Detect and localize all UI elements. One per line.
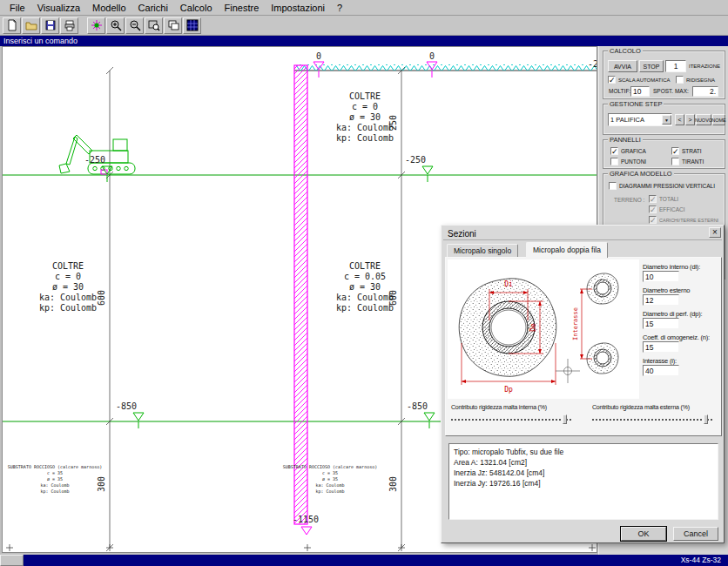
- tab-micropalo-singolo[interactable]: Micropalo singolo: [447, 244, 518, 257]
- svg-text:c = 0.05: c = 0.05: [344, 272, 386, 281]
- svg-text:kp: Coulomb: kp: Coulomb: [336, 303, 394, 313]
- display-options-button[interactable]: [183, 17, 201, 34]
- step-combobox[interactable]: 1 PALIFICA: [608, 113, 672, 126]
- grafica-checkbox[interactable]: GRAFICA: [610, 147, 646, 155]
- avvia-button[interactable]: AVVIA: [608, 60, 637, 72]
- redraw-icon: [91, 19, 103, 31]
- spost-max-label: SPOST. MAX:: [653, 88, 689, 94]
- step-prev-button[interactable]: <: [675, 114, 684, 125]
- water-zigzag: [296, 64, 597, 71]
- scala-automatica-checkbox[interactable]: SCALA AUTOMATICA: [608, 76, 670, 84]
- status-grip: [0, 555, 24, 566]
- gestione-step-group: GESTIONE STEP 1 PALIFICA < > NUOVO NOME: [603, 104, 725, 135]
- field-dp-input[interactable]: [643, 318, 679, 329]
- slider-esterna-handle[interactable]: [704, 414, 708, 424]
- step-combobox-value: 1 PALIFICA: [609, 116, 662, 124]
- command-prompt-text: Inserisci un comando: [3, 37, 78, 45]
- diagrammi-box[interactable]: [609, 182, 617, 190]
- cascade-windows-button[interactable]: [164, 17, 182, 34]
- redraw-button[interactable]: [87, 17, 105, 34]
- puntoni-checkbox[interactable]: PUNTONI: [610, 158, 646, 165]
- puntoni-box[interactable]: [610, 158, 618, 165]
- terreno-totali-checkbox: TOTALI: [649, 195, 678, 203]
- open-folder-icon: [25, 19, 37, 31]
- elev-minus850-left: -850: [116, 401, 137, 411]
- dim-interasse-label: Interasse: [572, 307, 579, 340]
- menu-modello[interactable]: Modello: [86, 1, 132, 15]
- menu-file[interactable]: File: [3, 1, 31, 15]
- svg-text:ka: Coulomb: ka: Coulomb: [315, 482, 344, 488]
- menu-help[interactable]: ?: [331, 1, 348, 15]
- command-bar[interactable]: Inserisci un comando: [0, 36, 728, 46]
- field-di-input[interactable]: [643, 271, 679, 282]
- slider-interna-track[interactable]: [451, 419, 571, 421]
- moltif-field[interactable]: [630, 86, 650, 97]
- menu-calcolo[interactable]: Calcolo: [174, 1, 219, 15]
- terreno-carichi-box: [649, 216, 657, 224]
- tab-micropalo-doppia-fila[interactable]: Micropalo doppia fila: [526, 242, 608, 258]
- elev-minus250-right: -250: [405, 155, 426, 165]
- pannelli-group: PANNELLI GRAFICA STRATI PUNTONI TIRANTI: [603, 139, 725, 169]
- strati-box[interactable]: [671, 147, 679, 155]
- field-dp-label: Diametro di perf. (dp):: [643, 310, 702, 318]
- terreno-label: TERRENO :: [614, 197, 644, 203]
- field-n-input[interactable]: [643, 341, 679, 353]
- ridisegna-checkbox[interactable]: RIDISEGNA: [676, 76, 715, 84]
- zoom-out-button[interactable]: [125, 17, 144, 34]
- iterazione-field[interactable]: [665, 60, 686, 72]
- cancel-button[interactable]: Cancel: [673, 527, 718, 541]
- menu-finestre[interactable]: Finestre: [219, 1, 266, 15]
- ridisegna-box[interactable]: [676, 76, 684, 84]
- new-document-button[interactable]: [3, 17, 21, 34]
- menu-bar: File Visualizza Modello Carichi Calcolo …: [0, 0, 728, 16]
- strati-checkbox[interactable]: STRATI: [671, 147, 702, 155]
- chevron-down-icon[interactable]: [662, 115, 671, 125]
- print-button[interactable]: [60, 17, 78, 34]
- field-de-input[interactable]: [643, 294, 679, 306]
- svg-text:SUBSTRATO ROCCIOSO (calcare ma: SUBSTRATO ROCCIOSO (calcare marnoso): [283, 464, 377, 469]
- iterazione-label: ITERAZIONE: [689, 64, 720, 69]
- save-floppy-icon: [44, 19, 57, 31]
- grafica-box[interactable]: [610, 147, 618, 155]
- svg-text:ø = 30: ø = 30: [349, 282, 381, 292]
- nome-button[interactable]: NOME: [712, 114, 725, 125]
- tiranti-checkbox[interactable]: TIRANTI: [671, 158, 704, 165]
- sezione-tabpage: Di De Dp Interasse Diametro int: [445, 257, 722, 436]
- svg-text:c = 0: c = 0: [352, 102, 378, 111]
- step-next-button[interactable]: >: [685, 114, 695, 125]
- menu-carichi[interactable]: Carichi: [132, 1, 174, 15]
- svg-text:c = 35: c = 35: [47, 470, 63, 475]
- menu-visualizza[interactable]: Visualizza: [31, 1, 86, 15]
- cascade-windows-icon: [167, 19, 179, 31]
- sezioni-dialog-titlebar[interactable]: Sezioni: [443, 227, 722, 240]
- svg-text:COLTRE: COLTRE: [349, 261, 381, 271]
- slider-esterna-label: Contributo rigidezza malta esterna (%): [592, 404, 690, 410]
- slider-esterna-track[interactable]: [592, 419, 712, 421]
- print-icon: [64, 19, 76, 31]
- svg-text:ka: Coulomb: ka: Coulomb: [40, 482, 69, 488]
- tiranti-box[interactable]: [671, 158, 679, 165]
- zoom-window-button[interactable]: [145, 17, 163, 34]
- stop-button[interactable]: STOP: [639, 60, 664, 72]
- terreno-carichi-checkbox: CARICHI/TERRE ESTERNI: [649, 216, 718, 224]
- close-icon[interactable]: [709, 227, 721, 238]
- tube-inner: [489, 308, 528, 347]
- ok-button[interactable]: OK: [621, 527, 666, 541]
- open-button[interactable]: [22, 17, 40, 34]
- diagrammi-checkbox[interactable]: DIAGRAMMI PRESSIONI VERTICALI: [609, 182, 715, 190]
- toolbar-separator: [79, 17, 86, 34]
- save-button[interactable]: [41, 17, 59, 34]
- slider-interna-handle[interactable]: [563, 414, 567, 424]
- micropile-wall[interactable]: [294, 65, 307, 524]
- spost-max-field[interactable]: [692, 86, 718, 97]
- menu-impostazioni[interactable]: Impostazioni: [265, 1, 331, 15]
- svg-text:COLTRE: COLTRE: [52, 261, 84, 271]
- field-interasse-input[interactable]: [643, 365, 679, 376]
- calcolo-group-title: CALCOLO: [608, 47, 643, 55]
- zoom-in-icon: [110, 19, 122, 31]
- pannelli-title: PANNELLI: [608, 136, 643, 144]
- soil-label-mid: COLTRE c = 0.05 ø = 30 ka: Coulomb kp: C…: [336, 261, 394, 313]
- scala-automatica-box[interactable]: [608, 76, 616, 84]
- zoom-in-button[interactable]: [106, 17, 125, 34]
- nuovo-button[interactable]: NUOVO: [696, 114, 711, 125]
